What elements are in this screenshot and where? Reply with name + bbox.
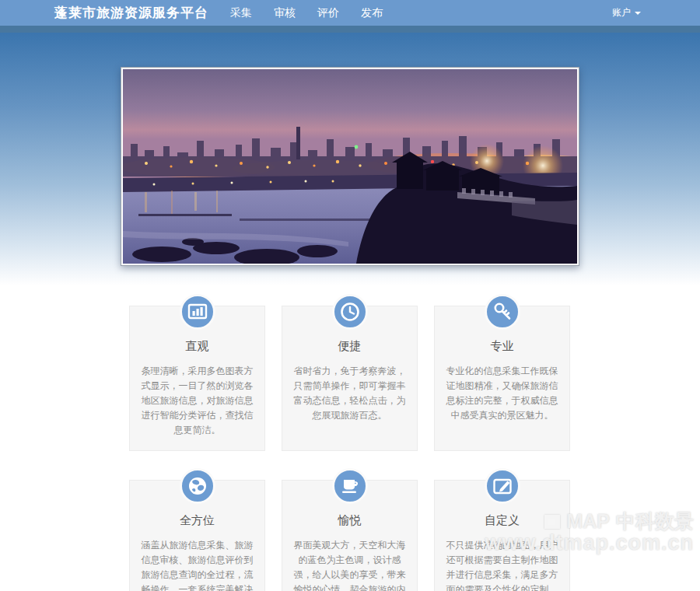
feature-card-pleasant: 愉悦 界面美观大方，天空和大海的蓝色为主色调，设计感强，给人以美的享受，带来愉悦… [282,468,418,591]
feature-cards-section: 直观 条理清晰，采用多色图表方式显示，一目了然的浏览各地区旅游信息，对旅游信息进… [129,294,571,591]
feature-description: 专业化的信息采集工作既保证地图精准，又确保旅游信息标注的完整，于权威信息中感受真… [443,364,561,423]
navbar-accent-strip [0,26,700,33]
feature-description: 省时省力，免于考察奔波，只需简单操作，即可掌握丰富动态信息，轻松点击，为您展现旅… [291,364,408,423]
top-navbar: 蓬莱市旅游资源服务平台 采集 审核 评价 发布 账户 [0,0,700,26]
penglai-night-cityscape-image [123,69,577,264]
feature-description: 条理清晰，采用多色图表方式显示，一目了然的浏览各地区旅游信息，对旅游信息进行智能… [138,364,256,438]
nav-menu: 采集 审核 评价 发布 [219,0,394,26]
feature-description: 不只提供准确的地图，用户还可根据需要自主制作地图并进行信息采集，满足多方面的需要… [443,538,561,591]
feature-card-professional: 专业 专业化的信息采集工作既保证地图精准，又确保旅游信息标注的完整，于权威信息中… [434,294,570,451]
account-dropdown[interactable]: 账户 [612,6,641,19]
nav-item-evaluate[interactable]: 评价 [306,0,350,26]
feature-title: 自定义 [443,513,561,528]
feature-card-allround: 全方位 涵盖从旅游信息采集、旅游信息审核、旅游信息评价到旅游信息查询的全过程，流… [129,468,265,591]
feature-card-convenient: 便捷 省时省力，免于考察奔波，只需简单操作，即可掌握丰富动态信息，轻松点击，为您… [282,294,418,451]
hero-photo [121,67,579,266]
chevron-down-icon [635,12,641,15]
feature-title: 愉悦 [291,513,408,528]
clock-icon [332,294,368,330]
nav-item-publish[interactable]: 发布 [350,0,394,26]
feature-title: 便捷 [291,339,408,354]
feature-row-1: 直观 条理清晰，采用多色图表方式显示，一目了然的浏览各地区旅游信息，对旅游信息进… [129,294,571,451]
nav-item-review[interactable]: 审核 [263,0,306,26]
globe-icon [180,468,215,504]
feature-card-intuitive: 直观 条理清晰，采用多色图表方式显示，一目了然的浏览各地区旅游信息，对旅游信息进… [129,294,265,451]
feature-description: 界面美观大方，天空和大海的蓝色为主色调，设计感强，给人以美的享受，带来愉悦的心情… [291,538,408,591]
feature-row-2: 全方位 涵盖从旅游信息采集、旅游信息审核、旅游信息评价到旅游信息查询的全过程，流… [129,468,571,591]
coffee-cup-icon [332,468,368,504]
key-icon [485,294,520,330]
main-content: 直观 条理清晰，采用多色图表方式显示，一目了然的浏览各地区旅游信息，对旅游信息进… [0,33,700,591]
page: 蓬莱市旅游资源服务平台 采集 审核 评价 发布 账户 [0,0,700,591]
account-label: 账户 [612,6,631,19]
feature-title: 直观 [138,339,256,354]
feature-card-custom: 自定义 不只提供准确的地图，用户还可根据需要自主制作地图并进行信息采集，满足多方… [434,468,570,591]
nav-item-collect[interactable]: 采集 [219,0,263,26]
site-title[interactable]: 蓬莱市旅游资源服务平台 [54,4,208,22]
bar-chart-icon [180,294,215,330]
feature-title: 专业 [443,339,561,354]
edit-icon [485,468,520,504]
feature-description: 涵盖从旅游信息采集、旅游信息审核、旅游信息评价到旅游信息查询的全过程，流畅操作，… [138,538,256,591]
feature-title: 全方位 [138,513,256,528]
